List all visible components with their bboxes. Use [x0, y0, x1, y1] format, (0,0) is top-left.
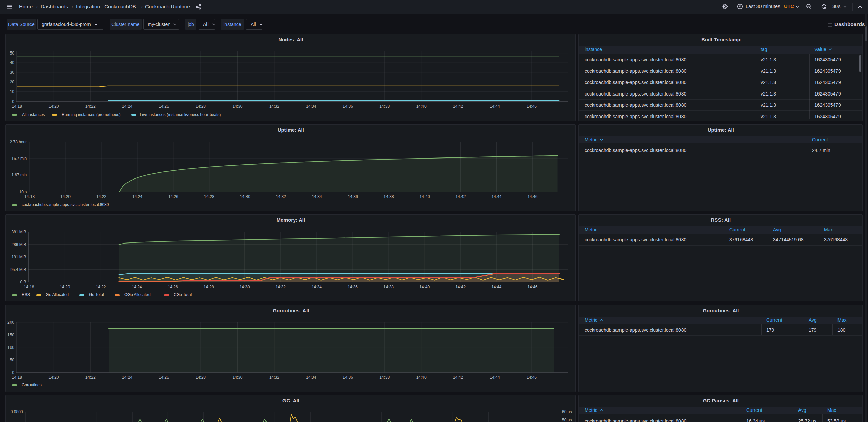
- svg-text:14:26: 14:26: [168, 284, 178, 289]
- svg-text:150: 150: [7, 332, 14, 337]
- svg-text:14:44: 14:44: [491, 194, 501, 199]
- svg-text:14:24: 14:24: [122, 375, 132, 379]
- svg-text:14:28: 14:28: [204, 284, 214, 289]
- svg-text:14:36: 14:36: [343, 375, 353, 379]
- svg-text:14:28: 14:28: [196, 375, 206, 379]
- svg-text:60 µs: 60 µs: [562, 409, 572, 414]
- svg-text:14:28: 14:28: [204, 194, 214, 199]
- svg-text:14:28: 14:28: [196, 104, 206, 109]
- svg-text:0: 0: [12, 370, 14, 375]
- svg-text:14:22: 14:22: [96, 284, 106, 289]
- svg-text:14:44: 14:44: [491, 284, 501, 289]
- svg-text:0 B: 0 B: [20, 280, 26, 284]
- svg-text:14:36: 14:36: [343, 104, 353, 109]
- svg-text:14:18: 14:18: [12, 375, 22, 379]
- svg-text:14:18: 14:18: [12, 104, 22, 109]
- svg-text:14:26: 14:26: [159, 104, 169, 109]
- svg-text:14:38: 14:38: [384, 194, 394, 199]
- svg-text:14:18: 14:18: [24, 194, 35, 199]
- svg-text:14:34: 14:34: [306, 375, 316, 379]
- svg-text:100: 100: [7, 345, 14, 350]
- svg-text:14:34: 14:34: [312, 284, 322, 289]
- svg-text:50: 50: [10, 357, 15, 362]
- svg-text:20: 20: [10, 80, 15, 84]
- svg-text:14:26: 14:26: [168, 194, 178, 199]
- svg-text:14:32: 14:32: [276, 284, 286, 289]
- svg-text:14:42: 14:42: [455, 194, 466, 199]
- svg-text:2.78 hour: 2.78 hour: [10, 139, 27, 144]
- svg-text:95.4 MiB: 95.4 MiB: [10, 267, 26, 272]
- svg-text:14:40: 14:40: [420, 194, 430, 199]
- svg-text:381 MiB: 381 MiB: [11, 230, 26, 234]
- svg-text:14:30: 14:30: [240, 194, 250, 199]
- svg-text:14:26: 14:26: [159, 375, 169, 379]
- svg-text:14:30: 14:30: [232, 375, 242, 379]
- svg-text:14:42: 14:42: [453, 104, 463, 109]
- svg-text:14:38: 14:38: [383, 284, 394, 289]
- svg-text:14:40: 14:40: [416, 104, 427, 109]
- svg-text:191 MiB: 191 MiB: [11, 255, 26, 259]
- svg-text:286 MiB: 286 MiB: [11, 242, 26, 247]
- svg-text:14:20: 14:20: [48, 375, 59, 379]
- svg-text:14:22: 14:22: [85, 375, 96, 379]
- svg-text:14:36: 14:36: [348, 284, 358, 289]
- svg-text:40: 40: [10, 60, 15, 65]
- svg-text:200: 200: [7, 320, 14, 324]
- svg-text:14:22: 14:22: [85, 104, 96, 109]
- svg-text:14:18: 14:18: [24, 284, 34, 289]
- svg-text:0.0800: 0.0800: [11, 409, 23, 414]
- svg-text:50 µs: 50 µs: [562, 418, 572, 422]
- svg-text:14:36: 14:36: [348, 194, 358, 199]
- svg-text:1.67 min: 1.67 min: [11, 173, 27, 177]
- svg-text:14:32: 14:32: [269, 375, 279, 379]
- svg-text:14:24: 14:24: [122, 104, 132, 109]
- svg-text:0: 0: [12, 99, 14, 104]
- svg-text:14:24: 14:24: [132, 284, 142, 289]
- svg-text:14:40: 14:40: [419, 284, 430, 289]
- svg-text:10 s: 10 s: [19, 189, 27, 194]
- svg-text:14:46: 14:46: [527, 375, 537, 379]
- svg-text:14:44: 14:44: [490, 104, 500, 109]
- svg-text:14:40: 14:40: [416, 375, 427, 379]
- svg-text:14:46: 14:46: [527, 194, 537, 199]
- svg-text:14:30: 14:30: [240, 284, 250, 289]
- svg-text:14:32: 14:32: [276, 194, 286, 199]
- svg-text:14:22: 14:22: [96, 194, 106, 199]
- svg-text:50: 50: [10, 51, 15, 56]
- svg-text:14:32: 14:32: [269, 104, 279, 109]
- svg-text:14:20: 14:20: [60, 194, 71, 199]
- svg-text:14:38: 14:38: [379, 375, 390, 379]
- svg-text:14:24: 14:24: [132, 194, 142, 199]
- svg-text:14:42: 14:42: [453, 375, 463, 379]
- svg-text:14:44: 14:44: [490, 375, 500, 379]
- svg-text:14:20: 14:20: [48, 104, 59, 109]
- svg-text:14:46: 14:46: [527, 284, 537, 289]
- svg-text:14:20: 14:20: [60, 284, 70, 289]
- svg-text:10: 10: [10, 89, 15, 94]
- svg-text:14:34: 14:34: [306, 104, 316, 109]
- svg-text:16.7 min: 16.7 min: [11, 156, 27, 161]
- svg-text:14:42: 14:42: [455, 284, 466, 289]
- svg-text:14:30: 14:30: [232, 104, 242, 109]
- svg-text:14:46: 14:46: [527, 104, 537, 109]
- svg-text:14:34: 14:34: [312, 194, 322, 199]
- svg-text:30: 30: [10, 70, 15, 75]
- svg-text:14:38: 14:38: [379, 104, 390, 109]
